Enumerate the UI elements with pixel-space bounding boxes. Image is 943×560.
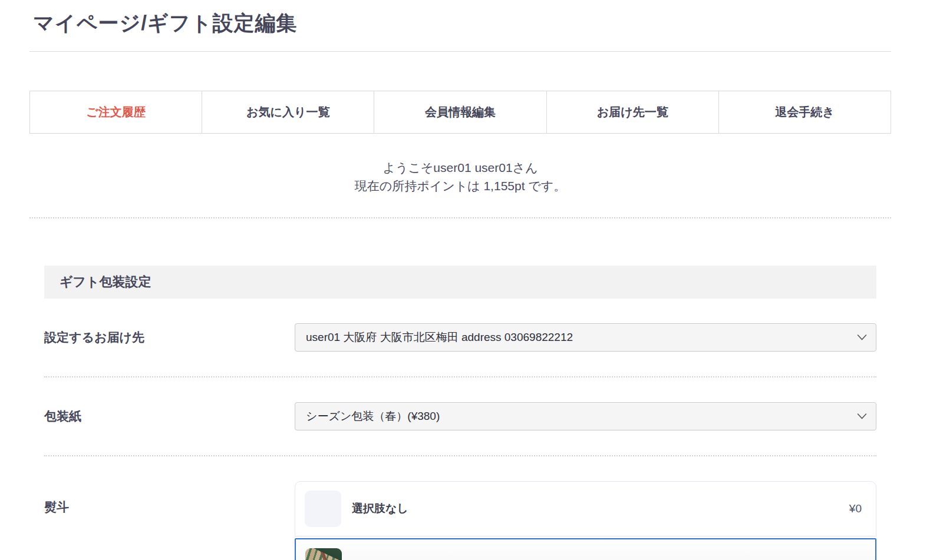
noshi-label: 熨斗: [44, 481, 295, 515]
delivery-address-select[interactable]: user01 大阪府 大阪市北区梅田 address 03069822212: [295, 323, 876, 352]
delivery-address-row: 設定するお届け先 user01 大阪府 大阪市北区梅田 address 0306…: [44, 299, 876, 376]
tab-shipping-address-list[interactable]: お届け先一覧: [546, 91, 718, 133]
noshi-thumbnail-photo: [305, 548, 342, 560]
page-title: マイページ/ギフト設定編集: [33, 9, 891, 37]
mypage-gift-settings-page: マイページ/ギフト設定編集 ご注文履歴 お気に入り一覧 会員情報編集 お届け先一…: [29, 9, 891, 560]
wrapping-paper-select[interactable]: シーズン包装（春）(¥380): [295, 402, 876, 430]
delivery-address-select-wrap: user01 大阪府 大阪市北区梅田 address 03069822212: [295, 323, 876, 352]
noshi-option-celebration-bow[interactable]: 御祝（蝶結び） ¥0: [295, 538, 876, 560]
mypage-tab-bar: ご注文履歴 お気に入り一覧 会員情報編集 お届け先一覧 退会手続き: [29, 91, 891, 134]
tab-order-history[interactable]: ご注文履歴: [30, 91, 202, 133]
welcome-divider: [29, 217, 891, 218]
noshi-row: 熨斗 選択肢なし ¥0 御祝（蝶結び） ¥0: [44, 456, 876, 560]
noshi-option-list: 選択肢なし ¥0 御祝（蝶結び） ¥0: [295, 481, 876, 560]
delivery-address-label: 設定するお届け先: [44, 329, 295, 346]
gift-wrapping-section: ギフト包装設定 設定するお届け先 user01 大阪府 大阪市北区梅田 addr…: [44, 266, 876, 560]
wrapping-paper-select-wrap: シーズン包装（春）(¥380): [295, 402, 876, 430]
points-line: 現在の所持ポイントは 1,155pt です。: [29, 177, 891, 195]
tab-favorites-list[interactable]: お気に入り一覧: [202, 91, 374, 133]
tab-member-info-edit[interactable]: 会員情報編集: [374, 91, 546, 133]
title-divider: [29, 51, 891, 52]
tab-withdrawal[interactable]: 退会手続き: [718, 91, 891, 133]
noshi-option-label: 選択肢なし: [352, 501, 408, 516]
welcome-message: ようこそuser01 user01さん 現在の所持ポイントは 1,155pt で…: [29, 158, 891, 195]
noshi-option-none[interactable]: 選択肢なし ¥0: [295, 481, 876, 536]
welcome-user-line: ようこそuser01 user01さん: [29, 158, 891, 177]
wrapping-paper-row: 包装紙 シーズン包装（春）(¥380): [44, 377, 876, 455]
section-title: ギフト包装設定: [44, 266, 876, 299]
noshi-thumbnail-placeholder: [305, 491, 341, 527]
noshi-option-price: ¥0: [849, 502, 866, 515]
wrapping-paper-label: 包装紙: [44, 408, 295, 425]
